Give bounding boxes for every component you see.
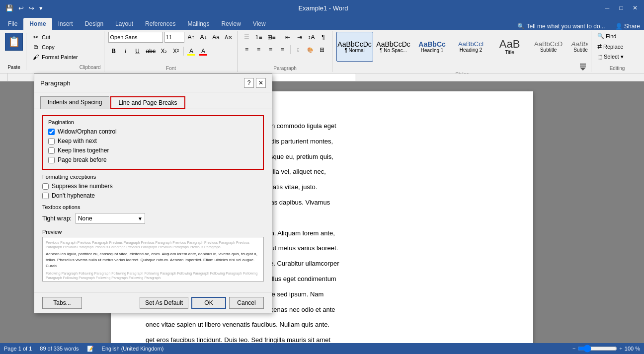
dialog-tab-indents[interactable]: Indents and Spacing (40, 96, 109, 109)
page-break-checkbox[interactable] (48, 157, 55, 163)
exceptions-label: Formatting exceptions (42, 174, 264, 180)
textbox-options-label: Textbox options (42, 204, 264, 210)
page-break-row: Page break before (48, 156, 258, 163)
keep-lines-label: Keep lines together (58, 147, 109, 154)
preview-prev-para: Previous Paragraph Previous Paragraph Pr… (46, 240, 260, 249)
dialog-title: Paragraph (40, 79, 71, 87)
widow-orphan-label: Widow/Orphan control (58, 128, 117, 135)
tight-wrap-row: Tight wrap: None ▼ (42, 213, 264, 224)
widow-orphan-row: Widow/Orphan control (48, 128, 258, 135)
dont-hyphenate-checkbox[interactable] (42, 193, 49, 199)
dont-hyphenate-row: Don't hyphenate (42, 192, 264, 199)
dialog-title-bar: Paragraph ? ✕ (34, 74, 272, 92)
page-break-label: Page break before (58, 156, 107, 163)
tight-wrap-label: Tight wrap: (42, 215, 72, 222)
paragraph-dialog: Paragraph ? ✕ Indents and Spacing Line a… (34, 73, 272, 313)
set-as-default-button[interactable]: Set As Default (140, 297, 188, 309)
widow-orphan-checkbox[interactable] (48, 129, 55, 135)
keep-with-next-label: Keep with next (58, 138, 97, 144)
keep-with-next-checkbox[interactable] (48, 138, 55, 144)
dialog-help-button[interactable]: ? (244, 78, 254, 88)
suppress-line-numbers-label: Suppress line numbers (52, 183, 113, 190)
dialog-title-btns: ? ✕ (244, 78, 266, 88)
preview-main-text: Aenean leo ligula, porttitor eu, consequ… (46, 251, 260, 269)
dialog-close-button[interactable]: ✕ (256, 78, 266, 88)
dont-hyphenate-label: Don't hyphenate (52, 192, 95, 199)
preview-box: Previous Paragraph Previous Paragraph Pr… (42, 237, 264, 282)
keep-lines-checkbox[interactable] (48, 147, 55, 154)
tabs-button[interactable]: Tabs... (42, 297, 82, 309)
dialog-tabs: Indents and Spacing Line and Page Breaks (34, 92, 272, 109)
preview-label: Preview (42, 229, 264, 235)
preview-section: Preview Previous Paragraph Previous Para… (42, 229, 264, 282)
suppress-line-numbers-row: Suppress line numbers (42, 183, 264, 190)
pagination-section: Pagination Widow/Orphan control Keep wit… (42, 115, 264, 170)
ok-button[interactable]: OK (191, 297, 226, 309)
keep-lines-row: Keep lines together (48, 147, 258, 154)
cancel-button[interactable]: Cancel (229, 297, 264, 309)
dialog-tab-linebreaks[interactable]: Line and Page Breaks (110, 96, 185, 109)
tight-wrap-arrow: ▼ (138, 216, 143, 221)
textbox-options-section: Textbox options Tight wrap: None ▼ (42, 204, 264, 224)
pagination-label: Pagination (48, 119, 258, 125)
formatting-exceptions-section: Formatting exceptions Suppress line numb… (42, 174, 264, 199)
tight-wrap-select[interactable]: None ▼ (76, 213, 145, 224)
preview-following-para: Following Paragraph Following Paragraph … (46, 271, 260, 280)
dialog-footer: Tabs... Set As Default OK Cancel (34, 292, 272, 313)
tight-wrap-value: None (78, 215, 92, 222)
dialog-body: Pagination Widow/Orphan control Keep wit… (34, 109, 272, 292)
dialog-overlay: Paragraph ? ✕ Indents and Spacing Line a… (0, 0, 644, 354)
keep-with-next-row: Keep with next (48, 138, 258, 144)
suppress-line-numbers-checkbox[interactable] (42, 183, 49, 190)
